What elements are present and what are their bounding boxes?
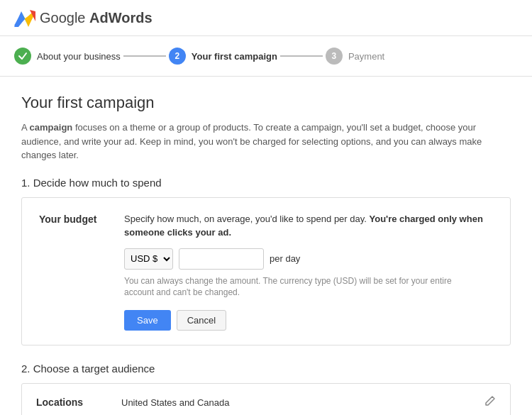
step-campaign: 2 Your first campaign xyxy=(169,48,277,65)
budget-row: Your budget Specify how much, on average… xyxy=(39,212,493,331)
btn-row: Save Cancel xyxy=(124,310,493,331)
budget-card: Your budget Specify how much, on average… xyxy=(21,197,511,346)
step-about: About your business xyxy=(14,48,121,65)
intro-text: A campaign focuses on a theme or a group… xyxy=(21,121,511,162)
budget-right: Specify how much, on average, you'd like… xyxy=(124,212,493,331)
currency-note: You can always change the amount. The cu… xyxy=(124,275,465,299)
step-label-payment: Payment xyxy=(348,51,384,62)
locations-card: Locations United States and Canada xyxy=(21,383,511,415)
step-label-about: About your business xyxy=(37,51,121,62)
step-payment: 3 Payment xyxy=(326,48,384,65)
step-connector-1 xyxy=(123,55,166,57)
cancel-button[interactable]: Cancel xyxy=(177,310,226,331)
logo-text: Google AdWords xyxy=(40,10,153,26)
per-day-label: per day xyxy=(270,253,300,264)
step-connector-2 xyxy=(280,55,323,57)
step-circle-payment: 3 xyxy=(326,48,343,65)
save-button[interactable]: Save xyxy=(124,310,171,331)
budget-input-row: USD $ per day xyxy=(124,248,493,270)
step-circle-about xyxy=(14,48,31,65)
amount-input[interactable] xyxy=(179,248,264,270)
budget-label: Your budget xyxy=(39,212,110,225)
checkmark-icon xyxy=(18,51,28,61)
currency-select[interactable]: USD $ xyxy=(124,248,173,270)
logo-area: Google AdWords xyxy=(14,9,153,27)
step-label-campaign: Your first campaign xyxy=(192,51,277,62)
locations-value: United States and Canada xyxy=(121,397,484,408)
section1-heading: 1. Decide how much to spend xyxy=(21,177,511,189)
main-content: Your first campaign A campaign focuses o… xyxy=(0,77,532,415)
campaign-bold: campaign xyxy=(30,122,73,133)
adwords-logo-icon xyxy=(14,9,35,27)
header: Google AdWords xyxy=(0,0,532,36)
steps-bar: About your business 2 Your first campaig… xyxy=(0,36,532,77)
budget-description: Specify how much, on average, you'd like… xyxy=(124,212,493,240)
step-circle-campaign: 2 xyxy=(169,48,186,65)
section2-heading: 2. Choose a target audience xyxy=(21,363,511,375)
page-title: Your first campaign xyxy=(21,94,511,112)
edit-icon[interactable] xyxy=(484,395,496,409)
locations-label: Locations xyxy=(36,397,121,408)
svg-marker-5 xyxy=(14,11,25,27)
locations-row: Locations United States and Canada xyxy=(22,384,510,415)
